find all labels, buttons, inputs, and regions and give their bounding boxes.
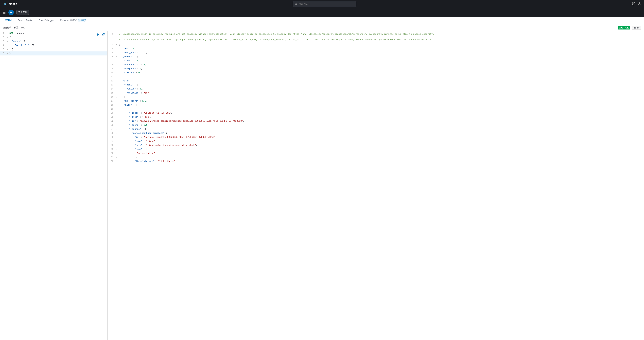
- line-number: 1: [0, 31, 6, 35]
- user-icon[interactable]: [638, 2, 641, 6]
- result-line-4[interactable]: 4 "took" : 5,: [108, 47, 644, 51]
- result-line-7[interactable]: 7 "total" : 5,: [108, 59, 644, 63]
- settings-button[interactable]: 设置: [14, 25, 18, 30]
- line-number: 2: [0, 35, 6, 39]
- toolbar-right: 200 – OK 26 ms: [618, 26, 641, 30]
- elastic-logo-icon: [3, 2, 8, 6]
- result-line-20[interactable]: 20 "_index" : ".kibana_7.17.23_001",: [108, 111, 644, 115]
- result-line-32[interactable]: 32 "@template_key" : "light_theme": [108, 159, 644, 163]
- fold-indicator[interactable]: ▴: [6, 47, 9, 51]
- result-line-9[interactable]: 9 "skipped" : 0,: [108, 67, 644, 71]
- editor-line-3[interactable]: 3 ▾ "query": {: [0, 39, 107, 43]
- result-line-5[interactable]: 5 "timed_out" : false,: [108, 51, 644, 55]
- main-content: 1 GET _search 2 ▾ { 3 ▾ "query": { 4 "ma…: [0, 31, 644, 340]
- result-line-26[interactable]: 26 "id" : "workpad-template-890b80e5-a3e…: [108, 135, 644, 139]
- result-line-12[interactable]: 12 ▾ "hits" : {: [108, 79, 644, 83]
- fold-indicator[interactable]: ▾: [6, 39, 9, 43]
- history-button[interactable]: 历史记录: [3, 25, 12, 30]
- run-button[interactable]: [96, 33, 100, 37]
- result-text: #! Elasticsearch built-in security featu…: [118, 32, 644, 36]
- code-text: GET _search: [9, 31, 107, 35]
- fold-indicator[interactable]: ▾: [6, 35, 9, 39]
- line-number: 6: [0, 52, 6, 55]
- search-bar[interactable]: [293, 1, 356, 7]
- search-input[interactable]: [299, 3, 354, 5]
- result-line-27[interactable]: 27 "name" : "Light",: [108, 139, 644, 143]
- copy-button[interactable]: [102, 33, 105, 37]
- result-line-30[interactable]: 30 "presentation": [108, 151, 644, 155]
- editor-line-4[interactable]: 4 "match_all": {}: [0, 43, 107, 47]
- elastic-logo: elastic: [3, 2, 17, 6]
- editor-line-6[interactable]: 6 ▴ }: [0, 51, 107, 55]
- result-line-21[interactable]: 21 "_type" : "_doc",: [108, 115, 644, 119]
- elastic-logo-text: elastic: [9, 2, 17, 5]
- avatar-button[interactable]: D: [8, 10, 14, 15]
- code-text: }: [9, 52, 107, 55]
- editor-content[interactable]: 1 GET _search 2 ▾ { 3 ▾ "query": { 4 "ma…: [0, 31, 107, 340]
- top-bar: elastic: [0, 0, 644, 8]
- status-badge: 200 – OK: [618, 26, 630, 29]
- svg-marker-9: [98, 33, 99, 36]
- code-text: {: [9, 35, 107, 39]
- fold-indicator[interactable]: ▴: [6, 52, 9, 55]
- result-line-29[interactable]: 29 ▾ "tags" : [: [108, 147, 644, 151]
- tab-grok-debugger[interactable]: Grok Debugger: [36, 17, 58, 24]
- secondary-nav: ☰ D 开发工具: [0, 8, 644, 17]
- line-number: 3: [0, 39, 6, 43]
- result-line-11[interactable]: 11 ▴ },: [108, 75, 644, 79]
- result-line-15[interactable]: 15 "relation" : "eq": [108, 91, 644, 95]
- settings-icon[interactable]: [632, 2, 635, 6]
- result-panel: 1 #! Elasticsearch built-in security fea…: [108, 31, 644, 340]
- line-number: 5: [0, 47, 6, 51]
- editor-actions: [96, 33, 105, 37]
- search-icon: [295, 3, 297, 5]
- result-line-23[interactable]: 23 "_score" : 1.0,: [108, 123, 644, 127]
- time-badge: 26 ms: [632, 26, 641, 30]
- top-bar-right: [632, 2, 641, 6]
- svg-point-6: [295, 3, 297, 5]
- editor-line-5[interactable]: 5 ▴ }: [0, 47, 107, 51]
- svg-point-7: [633, 3, 634, 4]
- result-line-22[interactable]: 22 "_id" : "canvas-workpad-template:work…: [108, 119, 644, 123]
- result-line-3[interactable]: 3 ▾ {: [108, 43, 644, 47]
- result-line-24[interactable]: 24 ▾ "_source" : {: [108, 127, 644, 131]
- tab-search-profiler[interactable]: Search Profiler: [15, 17, 36, 24]
- result-line-31[interactable]: 31 ▴ ],: [108, 155, 644, 159]
- tab-console[interactable]: 控制台: [3, 17, 15, 24]
- toolbar-left: 历史记录 设置 帮助: [3, 25, 26, 30]
- top-bar-left: elastic: [3, 2, 17, 6]
- editor-panel: 1 GET _search 2 ▾ { 3 ▾ "query": { 4 "ma…: [0, 31, 107, 340]
- result-line-28[interactable]: 28 "help" : "Light color themed presenta…: [108, 143, 644, 147]
- svg-point-8: [639, 2, 640, 3]
- warning-line-2: 2 #! this request accesses system indice…: [108, 37, 644, 43]
- editor-line-1[interactable]: 1 GET _search: [0, 31, 107, 35]
- result-line-10[interactable]: 10 "failed" : 0: [108, 71, 644, 75]
- dev-tools-label[interactable]: 开发工具: [16, 10, 29, 15]
- help-button[interactable]: 帮助: [21, 25, 26, 30]
- result-line-25[interactable]: 25 ▾ "canvas-workpad-template" : {: [108, 131, 644, 135]
- result-line-14[interactable]: 14 "value" : 43,: [108, 87, 644, 91]
- top-bar-center: [17, 1, 632, 7]
- result-line-16[interactable]: 16 ▴ },: [108, 95, 644, 99]
- result-line-18[interactable]: 18 ▾ "hits" : [: [108, 103, 644, 107]
- result-line-8[interactable]: 8 "successful" : 5,: [108, 63, 644, 67]
- line-number: 4: [0, 43, 6, 47]
- warning-line-1: 1 #! Elasticsearch built-in security fea…: [108, 31, 644, 37]
- result-line-6[interactable]: 6 ▾ "_shards" : {: [108, 55, 644, 59]
- result-line-19[interactable]: 19 ▾ {: [108, 107, 644, 111]
- beta-badge: 公测版: [78, 19, 86, 22]
- tab-bar: 控制台 Search Profiler Grok Debugger Painle…: [0, 17, 644, 24]
- editor-line-2[interactable]: 2 ▾ {: [0, 35, 107, 39]
- result-line-17[interactable]: 17 "max_score" : 1.0,: [108, 99, 644, 103]
- code-text: }: [9, 47, 107, 51]
- tab-painless-lab[interactable]: Painless 实验室 公测版: [57, 17, 88, 24]
- result-text: #! this request accesses system indices:…: [118, 38, 644, 42]
- result-line-num: 2: [108, 38, 116, 42]
- hamburger-icon[interactable]: ☰: [3, 10, 6, 14]
- svg-point-5: [4, 3, 6, 4]
- toolbar: 历史记录 设置 帮助 200 – OK 26 ms: [0, 24, 644, 31]
- result-content[interactable]: 1 #! Elasticsearch built-in security fea…: [108, 31, 644, 340]
- result-line-13[interactable]: 13 ▾ "total" : {: [108, 83, 644, 87]
- result-line-num: 1: [108, 32, 116, 36]
- code-text: "match_all": {}: [9, 43, 107, 47]
